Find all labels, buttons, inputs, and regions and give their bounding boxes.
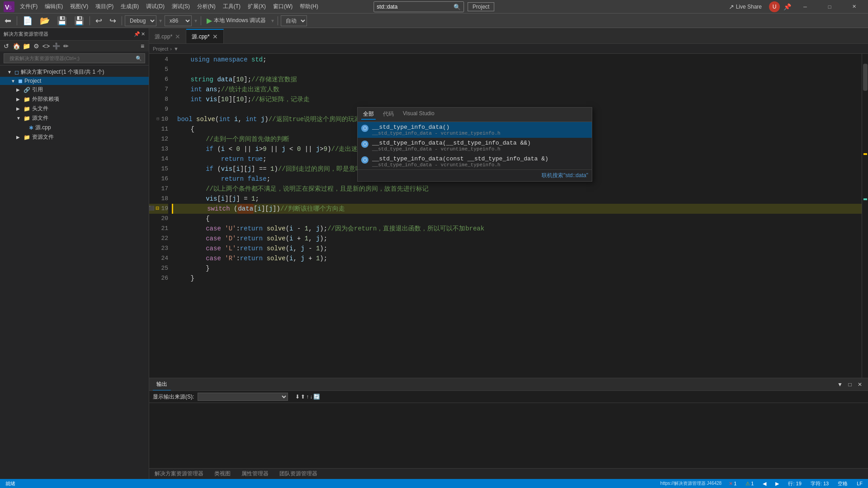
live-share-button[interactable]: ↗ Live Share <box>725 2 765 11</box>
status-errors[interactable]: ✕ 1 <box>727 481 738 487</box>
sidebar-tb-folder[interactable]: 📁 <box>22 42 31 51</box>
output-tb-down[interactable]: ▼ <box>835 380 844 389</box>
toolbar-redo[interactable]: ↪ <box>107 14 119 27</box>
sidebar-tb-code[interactable]: <> <box>42 42 51 51</box>
toolbar-undo[interactable]: ↩ <box>93 14 105 27</box>
pin-icon[interactable]: 📌 <box>783 3 791 10</box>
toolbar-save[interactable]: 💾 <box>54 14 70 27</box>
menu-edit[interactable]: 编辑(E) <box>41 1 66 12</box>
resource-files-node[interactable]: ▶ 📁 资源文件 <box>0 132 149 142</box>
references-node[interactable]: ▶ 🔗 引用 <box>0 85 149 94</box>
close-button[interactable]: ✕ <box>844 0 864 14</box>
menu-help[interactable]: 帮助(H) <box>296 1 322 12</box>
status-space[interactable]: 空格 <box>836 480 849 487</box>
sidebar-tb-more[interactable]: ≡ <box>138 42 147 51</box>
output-tb-close[interactable]: ✕ <box>855 380 864 389</box>
menu-debug[interactable]: 调试(D) <box>142 1 168 12</box>
header-files-node[interactable]: ▶ 📁 头文件 <box>0 104 149 113</box>
toolbar-back-button[interactable]: ⬅ <box>2 14 14 27</box>
menu-window[interactable]: 窗口(W) <box>269 1 296 12</box>
code-line-24[interactable]: case 'R':return solve(i, j + 1); <box>172 253 862 263</box>
bottom-tab-props[interactable]: 属性管理器 <box>240 469 270 479</box>
menu-build[interactable]: 生成(B) <box>117 1 142 12</box>
code-line-23[interactable]: case 'L':return solve(i, j - 1); <box>172 244 862 253</box>
tab-0[interactable]: 源.cpp* ✕ <box>149 29 186 43</box>
sidebar-tb-home[interactable]: 🏠 <box>12 42 21 51</box>
status-navigation-back[interactable]: ◀ <box>761 481 768 487</box>
output-tb-icon-3[interactable]: ↑ <box>306 394 309 400</box>
sidebar-tb-sync[interactable]: ↺ <box>2 42 11 51</box>
code-line-8[interactable]: int vis[10][10];//标记矩阵，记录走 <box>172 94 862 104</box>
output-tb-maximize[interactable]: □ <box>845 380 854 389</box>
output-tb-icon-1[interactable]: ⬇ <box>295 394 300 400</box>
minimize-button[interactable]: ─ <box>795 0 816 14</box>
debug-config-select[interactable]: Debug <box>125 15 156 26</box>
status-line[interactable]: 行: 19 <box>786 480 803 487</box>
project-label-button[interactable]: Project <box>467 2 494 11</box>
code-line-21[interactable]: case 'U':return solve(i - 1, j);//因为会ret… <box>172 224 862 234</box>
output-tb-icon-4[interactable]: ↓ <box>310 394 312 400</box>
menu-project[interactable]: 项目(P) <box>92 1 117 12</box>
user-avatar[interactable]: U <box>769 1 780 12</box>
menu-view[interactable]: 视图(V) <box>66 1 92 12</box>
bottom-tab-class[interactable]: 类视图 <box>212 469 232 479</box>
menu-analyze[interactable]: 分析(N) <box>193 1 219 12</box>
status-ready[interactable]: 就绪 <box>4 480 17 487</box>
status-char[interactable]: 字符: 13 <box>809 480 830 487</box>
status-warnings[interactable]: ⚠ 1 <box>744 481 755 487</box>
project-node[interactable]: ▼ ◼ Project <box>0 77 149 85</box>
menu-file[interactable]: 文件(F) <box>16 1 41 12</box>
tab-0-close[interactable]: ✕ <box>175 33 180 40</box>
arch-select[interactable]: x86 <box>165 15 192 26</box>
code-line-20[interactable]: { <box>172 214 862 224</box>
status-navigation-fwd[interactable]: ▶ <box>774 481 781 487</box>
right-scrollbar[interactable] <box>862 54 868 378</box>
toolbar-new-file[interactable]: 📄 <box>20 14 35 27</box>
ac-item-1[interactable]: ⬡ __std_type_info_data(__std_type_info_d… <box>358 138 592 154</box>
code-line-7[interactable]: int ans;//统计走出迷宫人数 <box>172 84 862 94</box>
output-tb-icon-5[interactable]: 🔄 <box>313 394 320 400</box>
editor-path-selector[interactable]: ▼ <box>174 46 179 52</box>
sidebar-tb-settings[interactable]: ⚙ <box>32 42 41 51</box>
sidebar-search-input[interactable] <box>7 55 136 62</box>
toolbar-save-all[interactable]: 💾 <box>71 14 87 27</box>
search-icon[interactable]: 🔍 <box>453 4 461 10</box>
tab-1[interactable]: 源.cpp* ✕ <box>186 29 223 43</box>
code-line-4[interactable]: using namespace std; <box>172 55 862 65</box>
code-line-5[interactable] <box>172 65 862 75</box>
bottom-tab-team[interactable]: 团队资源管理器 <box>278 469 319 479</box>
status-encoding[interactable]: LF <box>855 481 864 486</box>
ac-tab-vs[interactable]: Visual Studio <box>401 109 436 120</box>
maximize-button[interactable]: □ <box>819 0 840 14</box>
menu-tools[interactable]: 工具(T) <box>219 1 244 12</box>
ac-item-0[interactable]: ⬡ __std_type_info_data() __std_type_info… <box>358 122 592 138</box>
code-line-19[interactable]: switch (data[i][j])//判断该往哪个方向走 <box>172 204 862 214</box>
sidebar-tb-add[interactable]: ➕ <box>52 42 61 51</box>
bottom-tab-solution[interactable]: 解决方案资源管理器 <box>153 469 205 479</box>
search-input[interactable] <box>377 4 453 10</box>
extern-deps-node[interactable]: ▶ 📁 外部依赖项 <box>0 94 149 104</box>
sidebar-tb-edit[interactable]: ✏ <box>61 42 71 51</box>
ac-online-search[interactable]: 联机搜索"std::data" <box>358 169 592 181</box>
sidebar-pin-button[interactable]: 📌 <box>134 31 140 37</box>
code-line-6[interactable]: string data[10];//存储迷宫数据 <box>172 75 862 84</box>
ac-tab-code[interactable]: 代码 <box>381 109 396 120</box>
output-tab-output[interactable]: 输出 <box>153 379 171 390</box>
output-tb-icon-2[interactable]: ⬆ <box>301 394 305 400</box>
code-line-22[interactable]: case 'D':return solve(i + 1, j); <box>172 234 862 244</box>
source-files-node[interactable]: ▼ 📁 源文件 <box>0 113 149 123</box>
scrollbar-thumb[interactable] <box>863 64 868 91</box>
sidebar-close-button[interactable]: ✕ <box>141 31 145 37</box>
output-source-select[interactable] <box>198 393 288 401</box>
auto-select[interactable]: 自动 <box>281 15 307 26</box>
code-line-18[interactable]: vis[i][j] = 1; <box>172 194 862 204</box>
menu-extensions[interactable]: 扩展(X) <box>244 1 269 12</box>
tab-1-close[interactable]: ✕ <box>212 33 218 40</box>
menu-test[interactable]: 测试(S) <box>168 1 193 12</box>
code-line-17[interactable]: //以上两个条件都不满足，说明正在探索过程，且是新的房间，故首先进行标记 <box>172 184 862 194</box>
ac-tab-all[interactable]: 全部 <box>361 109 376 120</box>
toolbar-open[interactable]: 📂 <box>37 14 52 27</box>
ac-item-2[interactable]: ⬡ __std_type_info_data(const __std_type_… <box>358 154 592 169</box>
solution-root[interactable]: ▼ ◻ 解决方案'Project'(1 个项目/共 1 个) <box>0 67 149 77</box>
code-line-26[interactable]: } <box>172 273 862 283</box>
